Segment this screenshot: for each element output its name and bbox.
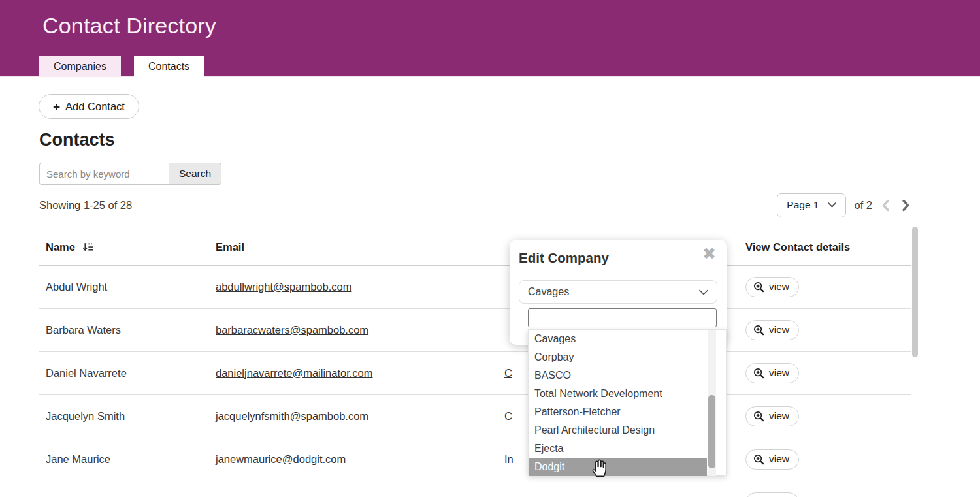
contacts-table: Name Email View Contact details Abdul Wr…	[39, 230, 911, 497]
app-header: Contact Directory Companies Contacts	[0, 0, 980, 77]
contact-email-link[interactable]: jacquelynfsmith@spambob.com	[216, 410, 368, 422]
magnifier-plus-icon	[753, 325, 764, 336]
contact-email-link[interactable]: janewmaurice@dodgit.com	[216, 453, 346, 465]
contact-name: Jacquelyn Smith	[39, 394, 216, 438]
column-header-view: View Contact details	[745, 230, 911, 265]
magnifier-plus-icon	[753, 368, 764, 379]
next-page-button[interactable]	[900, 198, 911, 213]
view-contact-button[interactable]: view	[745, 277, 799, 297]
contact-email-link[interactable]: barbaracwaters@spambob.com	[216, 324, 368, 336]
company-filter-input[interactable]	[528, 308, 717, 327]
company-option[interactable]: Total Network Development	[529, 385, 726, 403]
contact-name: Abdul Wright	[39, 265, 216, 308]
company-select[interactable]: Cavages	[519, 280, 717, 304]
contact-company-link[interactable]: C	[504, 410, 512, 422]
add-contact-label: Add Contact	[65, 101, 125, 113]
table-row: Jacquelyn Smith jacquelynfsmith@spambob.…	[39, 394, 911, 438]
showing-count: Showing 1-25 of 28	[39, 199, 132, 212]
page-title: Contact Directory	[42, 13, 216, 39]
table-row: Abdul Wright abdullwright@spambob.com vi…	[39, 265, 911, 308]
dropdown-scrollbar-track[interactable]	[708, 330, 716, 476]
modal-title: Edit Company	[519, 249, 717, 266]
table-row: Jane Maurice janewmaurice@dodgit.com In …	[39, 438, 911, 481]
view-contact-button[interactable]: view	[745, 363, 799, 383]
chevron-down-icon	[828, 202, 836, 208]
listing-meta-row: Showing 1-25 of 28 Page 1 of 2	[39, 193, 911, 217]
contact-email-link[interactable]: abdullwright@spambob.com	[216, 281, 351, 293]
search-button[interactable]: Search	[169, 163, 221, 185]
table-header-row: Name Email View Contact details	[39, 230, 911, 265]
view-contact-button[interactable]: view	[745, 449, 799, 470]
contact-name: Barbara Waters	[39, 308, 216, 351]
company-option[interactable]: Cavages	[529, 330, 726, 348]
tab-bar: Companies Contacts	[39, 56, 204, 77]
company-option[interactable]: Ejecta	[529, 440, 726, 458]
prev-page-button[interactable]	[880, 198, 892, 213]
hand-cursor-icon	[590, 458, 608, 477]
search-input[interactable]	[39, 163, 169, 185]
dropdown-scrollbar-thumb[interactable]	[708, 395, 715, 468]
view-contact-button[interactable]: view	[745, 492, 799, 497]
company-option[interactable]: BASCO	[529, 366, 726, 385]
magnifier-plus-icon	[753, 454, 764, 465]
contact-company-link[interactable]: In	[504, 453, 514, 465]
table-row: Barbara Waters barbaracwaters@spambob.co…	[39, 308, 911, 351]
company-option[interactable]: Pearl Architectural Design	[529, 421, 726, 440]
company-option[interactable]: Corpbay	[529, 348, 726, 366]
company-option[interactable]: Patterson-Fletcher	[529, 403, 726, 421]
contact-name: Daniel Navarrete	[39, 351, 216, 394]
section-heading: Contacts	[39, 130, 115, 150]
contact-name: Janet Cochran	[39, 481, 216, 497]
close-icon[interactable]: ✖	[702, 246, 716, 262]
pagination: Page 1 of 2	[777, 193, 911, 217]
view-contact-button[interactable]: view	[745, 406, 799, 426]
company-options-list: Cavages Corpbay BASCO Total Network Deve…	[528, 329, 727, 475]
plus-icon: +	[53, 101, 60, 113]
add-contact-button[interactable]: + Add Contact	[39, 94, 139, 119]
magnifier-plus-icon	[753, 281, 764, 293]
column-header-email[interactable]: Email	[216, 230, 504, 265]
page-total-label: of 2	[854, 199, 872, 212]
view-contact-button[interactable]: view	[745, 320, 799, 340]
table-row: Daniel Navarrete danieljnavarrete@mailin…	[39, 351, 911, 394]
sort-ascending-icon	[82, 242, 93, 253]
page-select-value: Page 1	[787, 199, 819, 211]
table-row: Janet Cochran janetdcochran@dodgit.com I…	[39, 481, 911, 497]
contact-email-link[interactable]: danieljnavarrete@mailinator.com	[216, 367, 373, 379]
contact-company-link[interactable]: C	[504, 367, 512, 379]
contact-name: Jane Maurice	[39, 438, 216, 481]
search-bar: Search	[39, 163, 221, 185]
chevron-down-icon	[699, 289, 708, 295]
tab-contacts[interactable]: Contacts	[134, 56, 204, 77]
company-option-highlighted[interactable]: Dodgit	[529, 458, 707, 476]
chevron-left-icon	[881, 199, 890, 212]
page-select[interactable]: Page 1	[777, 193, 846, 217]
page-scrollbar-thumb[interactable]	[912, 227, 918, 357]
contact-directory-app: Contact Directory Companies Contacts + A…	[0, 0, 980, 497]
company-select-value: Cavages	[528, 286, 569, 298]
chevron-right-icon	[901, 199, 910, 212]
tab-companies[interactable]: Companies	[39, 56, 121, 77]
magnifier-plus-icon	[753, 411, 764, 422]
column-header-name[interactable]: Name	[39, 230, 216, 265]
